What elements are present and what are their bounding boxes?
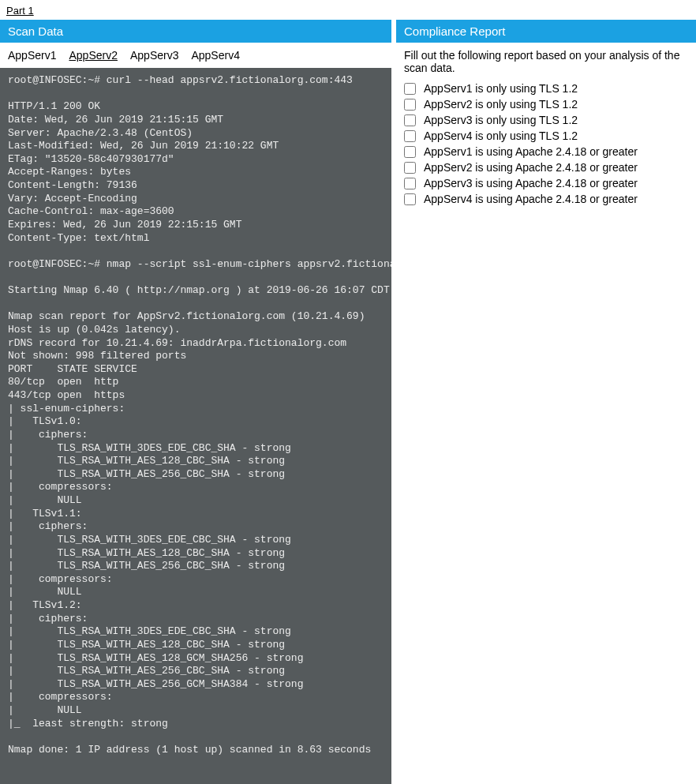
checkbox[interactable] <box>404 83 416 95</box>
check-item-apache-appserv2[interactable]: AppServ2 is using Apache 2.4.18 or great… <box>404 159 688 175</box>
tab-appserv1[interactable]: AppServ1 <box>8 49 56 62</box>
check-label: AppServ3 is only using TLS 1.2 <box>424 114 578 126</box>
check-item-apache-appserv3[interactable]: AppServ3 is using Apache 2.4.18 or great… <box>404 175 688 191</box>
compliance-report-panel: Compliance Report Fill out the following… <box>396 20 696 784</box>
check-item-tls-appserv4[interactable]: AppServ4 is only using TLS 1.2 <box>404 128 688 144</box>
check-label: AppServ4 is using Apache 2.4.18 or great… <box>424 193 638 205</box>
scan-data-panel: Scan Data AppServ1 AppServ2 AppServ3 App… <box>0 20 391 784</box>
scan-data-header: Scan Data <box>0 20 391 43</box>
check-label: AppServ1 is using Apache 2.4.18 or great… <box>424 145 638 158</box>
check-item-tls-appserv2[interactable]: AppServ2 is only using TLS 1.2 <box>404 96 688 112</box>
check-label: AppServ4 is only using TLS 1.2 <box>424 129 578 142</box>
check-item-apache-appserv1[interactable]: AppServ1 is using Apache 2.4.18 or great… <box>404 144 688 159</box>
terminal-output: root@INFOSEC:~# curl --head appsrv2.fict… <box>0 68 391 784</box>
checkbox[interactable] <box>404 130 416 142</box>
check-label: AppServ2 is using Apache 2.4.18 or great… <box>424 161 638 174</box>
compliance-checklist: AppServ1 is only using TLS 1.2 AppServ2 … <box>396 76 696 212</box>
compliance-header: Compliance Report <box>396 20 696 43</box>
checkbox[interactable] <box>404 114 416 126</box>
check-label: AppServ1 is only using TLS 1.2 <box>424 82 578 95</box>
server-tabs: AppServ1 AppServ2 AppServ3 AppServ4 <box>0 43 391 68</box>
tab-appserv3[interactable]: AppServ3 <box>130 49 178 62</box>
part-link[interactable]: Part 1 <box>6 5 34 17</box>
checkbox[interactable] <box>404 99 416 111</box>
checkbox[interactable] <box>404 146 416 158</box>
report-intro: Fill out the following report based on y… <box>396 43 696 76</box>
check-label: AppServ3 is using Apache 2.4.18 or great… <box>424 177 638 189</box>
check-item-apache-appserv4[interactable]: AppServ4 is using Apache 2.4.18 or great… <box>404 191 688 207</box>
tab-appserv4[interactable]: AppServ4 <box>191 49 239 62</box>
checkbox[interactable] <box>404 162 416 174</box>
checkbox[interactable] <box>404 178 416 189</box>
checkbox[interactable] <box>404 193 416 205</box>
check-item-tls-appserv3[interactable]: AppServ3 is only using TLS 1.2 <box>404 112 688 128</box>
tab-appserv2[interactable]: AppServ2 <box>69 49 117 62</box>
check-label: AppServ2 is only using TLS 1.2 <box>424 98 578 111</box>
check-item-tls-appserv1[interactable]: AppServ1 is only using TLS 1.2 <box>404 81 688 96</box>
